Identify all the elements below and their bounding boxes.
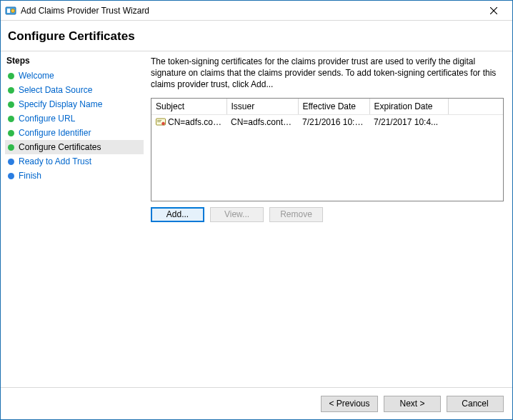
view-button: View... [210,207,264,222]
remove-button: Remove [269,207,323,222]
col-issuer[interactable]: Issuer [226,99,298,115]
step-welcome[interactable]: Welcome [5,69,144,83]
previous-button[interactable]: < Previous [321,396,378,412]
step-configure-certificates[interactable]: Configure Certificates [5,140,144,154]
step-indicator-icon [8,159,14,165]
step-indicator-icon [8,73,14,79]
step-label[interactable]: Welcome [19,71,54,81]
step-select-data-source[interactable]: Select Data Source [5,83,144,97]
step-indicator-icon [8,144,14,151]
instructions-text: The token-signing certificates for the c… [151,56,504,91]
wizard-icon [5,5,16,16]
svg-rect-1 [7,9,10,13]
certificate-icon [156,117,166,127]
cert-buttons-row: Add... View... Remove [151,207,504,222]
step-finish[interactable]: Finish [5,169,144,183]
step-ready-to-add-trust[interactable]: Ready to Add Trust [5,154,144,169]
wizard-window: Add Claims Provider Trust Wizard Configu… [0,0,513,420]
steps-title: Steps [5,56,144,69]
step-label[interactable]: Ready to Add Trust [19,156,91,166]
table-header-row: Subject Issuer Effective Date Expiration… [151,99,503,115]
wizard-body: Steps Welcome Select Data Source Specify… [1,51,512,388]
step-indicator-icon [8,130,14,136]
cell-effective: 7/21/2016 10:2... [298,114,369,129]
steps-sidebar: Steps Welcome Select Data Source Specify… [1,51,144,387]
step-label[interactable]: Select Data Source [19,85,92,95]
svg-point-6 [162,122,165,125]
certificates-table[interactable]: Subject Issuer Effective Date Expiration… [151,98,504,201]
step-label[interactable]: Configure Identifier [19,128,91,138]
step-label[interactable]: Finish [19,171,41,181]
wizard-footer: < Previous Next > Cancel [1,388,512,419]
col-subject[interactable]: Subject [151,99,226,115]
col-effective-date[interactable]: Effective Date [298,99,369,115]
col-filler [448,99,503,115]
col-expiration-date[interactable]: Expiration Date [369,99,448,115]
step-indicator-icon [8,116,14,122]
titlebar: Add Claims Provider Trust Wizard [1,1,512,21]
main-panel: The token-signing certificates for the c… [144,51,512,387]
svg-point-2 [11,9,15,12]
table-row[interactable]: CN=adfs.cont... CN=adfs.contos... 7/21/2… [151,114,503,129]
cancel-button[interactable]: Cancel [447,396,504,412]
window-title: Add Claims Provider Trust Wizard [21,6,479,16]
step-label[interactable]: Configure URL [19,114,75,124]
step-label[interactable]: Specify Display Name [19,99,102,109]
step-indicator-icon [8,87,14,94]
add-button[interactable]: Add... [151,207,204,222]
step-configure-url[interactable]: Configure URL [5,111,144,126]
step-label: Configure Certificates [19,142,101,152]
step-indicator-icon [8,101,14,108]
cell-issuer: CN=adfs.contos... [226,114,298,129]
page-heading: Configure Certificates [1,21,512,51]
close-button[interactable] [479,1,508,20]
cell-expiration: 7/21/2017 10:4... [369,114,448,129]
next-button[interactable]: Next > [384,396,441,412]
cell-subject-text: CN=adfs.cont... [168,117,226,127]
step-configure-identifier[interactable]: Configure Identifier [5,126,144,140]
step-indicator-icon [8,173,14,179]
cell-subject: CN=adfs.cont... [151,114,226,129]
step-specify-display-name[interactable]: Specify Display Name [5,97,144,111]
